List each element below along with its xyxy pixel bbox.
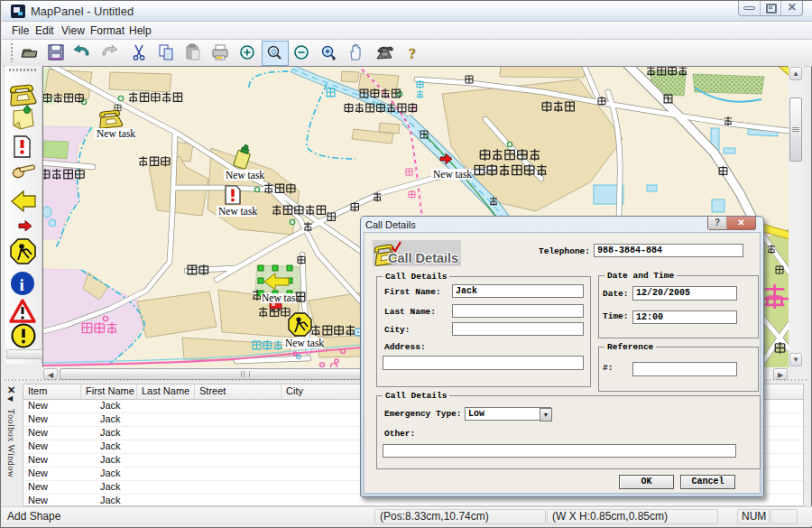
svg-text:Q: Q: [272, 49, 277, 56]
svg-text:New task: New task: [285, 338, 324, 348]
svg-text:?: ?: [409, 46, 416, 61]
svg-text:New task: New task: [97, 128, 135, 139]
svg-text:i: i: [20, 275, 24, 294]
svg-text:New task: New task: [433, 169, 472, 180]
svg-text:New task: New task: [226, 170, 264, 181]
svg-text:New task: New task: [262, 292, 300, 303]
svg-text:New task: New task: [218, 206, 257, 217]
